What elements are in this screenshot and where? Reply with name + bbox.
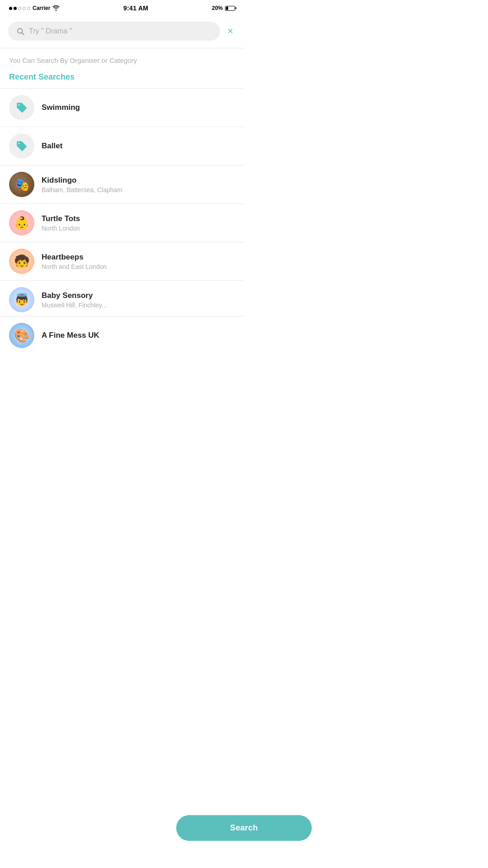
tag-icon — [16, 140, 28, 152]
item-text-babysensory: Baby Sensory Muswell Hill, Finchley... — [42, 291, 235, 309]
status-left: Carrier — [9, 5, 60, 11]
avatar-babysensory — [9, 287, 34, 312]
item-text-swimming: Swimming — [42, 103, 235, 113]
close-icon: × — [227, 25, 233, 37]
search-hint: You Can Search By Organiser or Category — [0, 48, 244, 68]
item-text-kidslingo: Kidslingo Balham, Battersea, Clapham — [42, 175, 235, 193]
battery-percent: 20% — [212, 5, 223, 11]
item-title: Kidslingo — [42, 175, 235, 185]
item-text-finemessuk: A Fine Mess UK — [42, 330, 235, 340]
avatar-heartbeeps — [9, 249, 34, 274]
tag-icon — [16, 102, 28, 113]
tag-icon-ballet — [9, 133, 34, 159]
item-title: Swimming — [42, 103, 235, 113]
item-subtitle: North and East London — [42, 263, 235, 270]
svg-line-1 — [22, 33, 23, 34]
status-time: 9:41 AM — [123, 5, 148, 12]
tag-icon-swimming — [9, 95, 34, 120]
item-text-turtletots: Turtle Tots North London — [42, 214, 235, 232]
item-text-ballet: Ballet — [42, 141, 235, 151]
item-title: Baby Sensory — [42, 291, 235, 301]
list-item[interactable]: Heartbeeps North and East London — [0, 242, 244, 281]
item-title: A Fine Mess UK — [42, 330, 235, 340]
item-text-heartbeeps: Heartbeeps North and East London — [42, 252, 235, 270]
item-subtitle: Muswell Hill, Finchley... — [42, 302, 235, 309]
list-item[interactable]: Kidslingo Balham, Battersea, Clapham — [0, 165, 244, 204]
search-container: Try " Drama " × — [0, 14, 244, 48]
item-title: Turtle Tots — [42, 214, 235, 224]
item-title: Heartbeeps — [42, 252, 235, 262]
recent-searches-heading: Recent Searches — [0, 68, 244, 88]
item-title: Ballet — [42, 141, 235, 151]
status-right: 20% — [212, 5, 235, 11]
results-list: Swimming Ballet Kidslingo Balham, Batter… — [0, 89, 244, 354]
signal-icon — [9, 7, 30, 10]
list-item[interactable]: Ballet — [0, 127, 244, 165]
search-icon — [16, 27, 24, 35]
avatar-finemessuk — [9, 323, 34, 348]
search-bar[interactable]: Try " Drama " — [8, 22, 220, 41]
avatar-kidslingo — [9, 172, 34, 197]
search-placeholder: Try " Drama " — [29, 27, 212, 35]
list-item[interactable]: Turtle Tots North London — [0, 204, 244, 242]
list-item[interactable]: A Fine Mess UK — [0, 316, 244, 354]
wifi-icon — [52, 5, 60, 11]
item-subtitle: Balham, Battersea, Clapham — [42, 186, 235, 193]
close-button[interactable]: × — [225, 24, 236, 38]
battery-icon — [225, 6, 235, 11]
list-item[interactable]: Swimming — [0, 89, 244, 127]
item-subtitle: North London — [42, 225, 235, 232]
carrier-label: Carrier — [33, 5, 50, 11]
avatar-turtletots — [9, 210, 34, 236]
status-bar: Carrier 9:41 AM 20% — [0, 0, 244, 14]
list-item[interactable]: Baby Sensory Muswell Hill, Finchley... — [0, 281, 244, 316]
